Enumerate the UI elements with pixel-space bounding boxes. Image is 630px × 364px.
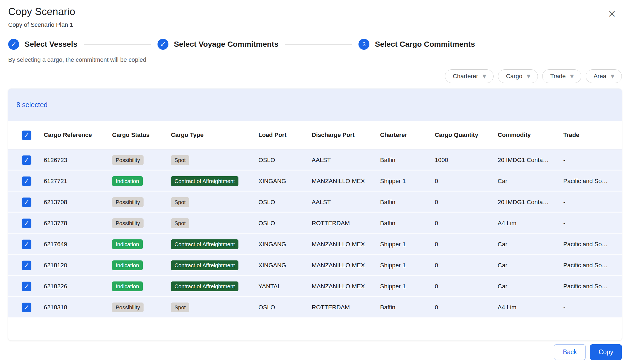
table-row[interactable]: ✓ 6218318 Possibility Spot OSLO ROTTERDA… <box>8 297 622 318</box>
row-checkbox[interactable]: ✓ <box>22 155 31 165</box>
row-checkbox[interactable]: ✓ <box>22 219 31 228</box>
cell-cargo-status: Possibility <box>112 303 171 312</box>
cell-cargo-reference: 6126723 <box>44 157 112 164</box>
cell-charterer: Shipper 1 <box>380 241 435 248</box>
cargo-type-badge: Contract of Affreightment <box>171 260 238 270</box>
table-row[interactable]: ✓ 6127721 Indication Contract of Affreig… <box>8 171 622 192</box>
stepper-step[interactable]: 3Select Cargo Commitments <box>358 39 475 50</box>
table-row[interactable]: ✓ 6218226 Indication Contract of Affreig… <box>8 276 622 297</box>
cell-cargo-type: Spot <box>171 218 258 228</box>
row-checkbox[interactable]: ✓ <box>22 240 31 249</box>
check-icon: ✓ <box>24 198 30 206</box>
chevron-down-icon: ▼ <box>527 74 530 79</box>
cell-discharge-port: AALST <box>312 199 380 206</box>
row-checkbox[interactable]: ✓ <box>22 177 31 186</box>
cell-cargo-type: Spot <box>171 303 258 312</box>
cell-trade: Pacific and So… <box>563 262 622 269</box>
cell-load-port: OSLO <box>258 157 312 164</box>
table-row[interactable]: ✓ 6213708 Possibility Spot OSLO AALST Ba… <box>8 192 622 213</box>
column-header: Cargo Status <box>112 130 171 140</box>
cell-discharge-port: ROTTERDAM <box>312 304 380 311</box>
cell-cargo-quantity: 0 <box>435 241 498 248</box>
filter-label: Charterer <box>453 73 478 80</box>
status-badge: Possibility <box>112 303 144 312</box>
page-title: Copy Scenario <box>8 6 622 17</box>
row-checkbox[interactable]: ✓ <box>22 282 31 291</box>
stepper-step[interactable]: ✓Select Vessels <box>8 39 77 50</box>
cargo-type-badge: Contract of Affreightment <box>171 239 238 249</box>
check-icon: ✓ <box>24 282 30 290</box>
column-header: Cargo Reference <box>44 130 112 140</box>
cell-cargo-status: Possibility <box>112 218 171 228</box>
cell-cargo-type: Contract of Affreightment <box>171 260 258 270</box>
back-button[interactable]: Back <box>554 344 586 360</box>
filter-label: Trade <box>550 73 566 80</box>
cell-cargo-type: Spot <box>171 155 258 165</box>
cell-load-port: XINGANG <box>258 241 312 248</box>
chevron-down-icon: ▼ <box>611 74 614 79</box>
step-connector-line <box>285 44 352 45</box>
stepper-step[interactable]: ✓Select Voyage Commitments <box>158 39 278 50</box>
step-label: Select Cargo Commitments <box>375 40 475 49</box>
cell-trade: - <box>563 199 622 206</box>
cell-cargo-quantity: 0 <box>435 199 498 206</box>
select-all-checkbox[interactable]: ✓ <box>22 131 31 140</box>
step-label: Select Voyage Commitments <box>174 40 278 49</box>
cell-cargo-reference: 6218226 <box>44 283 112 290</box>
check-icon: ✓ <box>24 131 30 139</box>
cell-load-port: XINGANG <box>258 178 312 185</box>
table-empty-area <box>8 329 622 341</box>
check-icon: ✓ <box>24 177 30 185</box>
cell-cargo-reference: 6213778 <box>44 220 112 227</box>
cell-discharge-port: MANZANILLO MEX <box>312 262 380 269</box>
cell-commodity: 20 IMDG1 Conta… <box>498 157 563 164</box>
row-checkbox[interactable]: ✓ <box>22 261 31 270</box>
filter-label: Cargo <box>506 73 522 80</box>
cell-discharge-port: ROTTERDAM <box>312 220 380 227</box>
filter-bar: Charterer▼Cargo▼Trade▼Area▼ <box>8 69 622 83</box>
dialog-subtitle: Copy of Scenario Plan 1 <box>8 21 622 28</box>
filter-label: Area <box>594 73 606 80</box>
filter-pill-charterer[interactable]: Charterer▼ <box>445 69 494 83</box>
cell-commodity: Car <box>498 283 563 290</box>
column-header: Charterer <box>380 130 435 140</box>
column-header: Commodity <box>498 130 563 140</box>
cell-cargo-quantity: 1000 <box>435 157 498 164</box>
table-row[interactable]: ✓ 6126723 Possibility Spot OSLO AALST Ba… <box>8 149 622 171</box>
cell-cargo-reference: 6127721 <box>44 178 112 185</box>
selection-summary-bar: 8 selected <box>8 89 622 121</box>
table-row[interactable]: ✓ 6213778 Possibility Spot OSLO ROTTERDA… <box>8 213 622 234</box>
check-icon: ✓ <box>24 261 30 269</box>
step-connector-line <box>84 44 151 45</box>
cell-cargo-type: Spot <box>171 197 258 207</box>
cargo-type-badge: Contract of Affreightment <box>171 281 238 291</box>
cell-load-port: OSLO <box>258 199 312 206</box>
row-checkbox[interactable]: ✓ <box>22 198 31 207</box>
table-row[interactable]: ✓ 6218120 Indication Contract of Affreig… <box>8 255 622 276</box>
status-badge: Possibility <box>112 197 144 207</box>
column-header: Cargo Type <box>171 130 258 140</box>
cell-cargo-reference: 6217649 <box>44 241 112 248</box>
check-icon: ✓ <box>24 219 30 227</box>
filter-pill-trade[interactable]: Trade▼ <box>542 69 581 83</box>
cell-cargo-quantity: 0 <box>435 220 498 227</box>
copy-button[interactable]: Copy <box>590 344 622 360</box>
status-badge: Possibility <box>112 155 144 165</box>
table-row[interactable]: ✓ 6217649 Indication Contract of Affreig… <box>8 234 622 255</box>
check-icon: ✓ <box>24 240 30 248</box>
cell-cargo-type: Contract of Affreightment <box>171 281 258 291</box>
cargo-type-badge: Contract of Affreightment <box>171 176 238 186</box>
close-icon[interactable]: ✕ <box>606 8 618 20</box>
cargo-type-badge: Spot <box>171 155 189 165</box>
row-checkbox[interactable]: ✓ <box>22 303 31 312</box>
cell-cargo-status: Possibility <box>112 197 171 207</box>
cargo-type-badge: Spot <box>171 218 189 228</box>
copy-scenario-dialog: Copy Scenario Copy of Scenario Plan 1 ✕ … <box>0 0 630 364</box>
cell-load-port: OSLO <box>258 220 312 227</box>
filter-pill-area[interactable]: Area▼ <box>586 69 622 83</box>
cell-discharge-port: MANZANILLO MEX <box>312 283 380 290</box>
table-body: ✓ 6126723 Possibility Spot OSLO AALST Ba… <box>8 149 622 329</box>
filter-pill-cargo[interactable]: Cargo▼ <box>498 69 538 83</box>
cell-cargo-status: Indication <box>112 260 171 270</box>
cell-cargo-type: Contract of Affreightment <box>171 239 258 249</box>
